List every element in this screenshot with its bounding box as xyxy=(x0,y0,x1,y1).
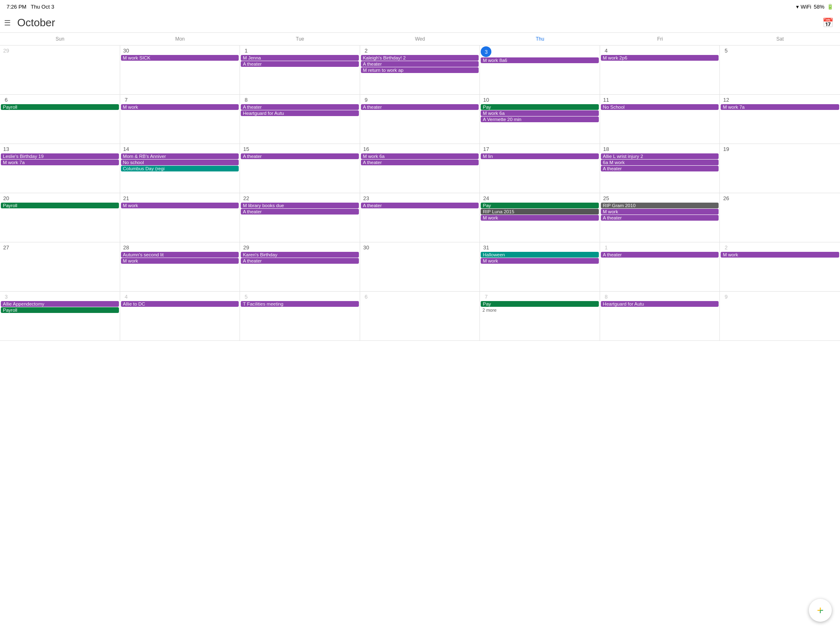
event-4-1-1[interactable]: M work xyxy=(121,258,239,264)
calendar-cell-week1-day5[interactable]: 11No School xyxy=(600,95,720,144)
calendar-cell-week5-day6[interactable]: 9 xyxy=(720,292,840,341)
event-3-4-0[interactable]: Pay xyxy=(481,203,599,208)
calendar-cell-week5-day2[interactable]: 5T Facilities meeting xyxy=(240,292,360,341)
calendar-cell-week3-day3[interactable]: 23A theater xyxy=(360,193,480,242)
event-2-5-2[interactable]: A theater xyxy=(601,166,719,171)
event-0-1-0[interactable]: M work SICK xyxy=(121,55,239,61)
event-3-4-2[interactable]: M work xyxy=(481,215,599,221)
event-3-5-2[interactable]: A theater xyxy=(601,215,719,221)
calendar-cell-week0-day2[interactable]: 1M JennaA theater xyxy=(240,46,360,95)
calendar-cell-week3-day0[interactable]: 20Payroll xyxy=(0,193,120,242)
event-1-0-0[interactable]: Payroll xyxy=(1,104,119,110)
calendar-cell-week5-day5[interactable]: 8Heartguard for Autu xyxy=(600,292,720,341)
event-0-5-0[interactable]: M work 2p6 xyxy=(601,55,719,61)
event-3-5-1[interactable]: M work xyxy=(601,209,719,215)
calendar-cell-week3-day5[interactable]: 25RIP Gram 2010M workA theater xyxy=(600,193,720,242)
calendar-cell-week5-day4[interactable]: 7Pay2 more xyxy=(480,292,600,341)
calendar-cell-week4-day0[interactable]: 27 xyxy=(0,242,120,292)
event-5-1-0[interactable]: Allie to DC xyxy=(121,301,239,307)
calendar-cell-week3-day4[interactable]: 24PayRIP Luna 2015M work xyxy=(480,193,600,242)
calendar-cell-week1-day4[interactable]: 10PayM work 6aA Vermette 20 min xyxy=(480,95,600,144)
event-0-4-0[interactable]: M work 8a6 xyxy=(481,57,599,63)
event-1-1-0[interactable]: M work xyxy=(121,104,239,110)
event-2-0-0[interactable]: Leslie's Birthday 19 xyxy=(1,153,119,159)
event-2-1-1[interactable]: No school xyxy=(121,160,239,165)
event-5-0-1[interactable]: Payroll xyxy=(1,307,119,313)
event-5-2-0[interactable]: T Facilities meeting xyxy=(241,301,359,307)
calendar-cell-week4-day1[interactable]: 28Autumn's second litM work xyxy=(120,242,240,292)
calendar-cell-week1-day6[interactable]: 12M work 7a xyxy=(720,95,840,144)
calendar-cell-week0-day3[interactable]: 2Kaleigh's Birthday! 2A theaterM return … xyxy=(360,46,480,95)
calendar-cell-week0-day5[interactable]: 4M work 2p6 xyxy=(600,46,720,95)
event-4-6-0[interactable]: M work xyxy=(721,252,839,258)
calendar-cell-week5-day0[interactable]: 3Allie AppendectomyPayroll xyxy=(0,292,120,341)
event-2-5-1[interactable]: 6a M work xyxy=(601,160,719,165)
event-2-1-0[interactable]: Mom & RB's Anniver xyxy=(121,153,239,159)
event-2-0-1[interactable]: M work 7a xyxy=(1,160,119,165)
event-1-3-0[interactable]: A theater xyxy=(361,104,479,110)
event-4-4-1[interactable]: M work xyxy=(481,258,599,264)
menu-icon[interactable]: ☰ xyxy=(4,18,11,27)
event-4-2-1[interactable]: A theater xyxy=(241,258,359,264)
event-4-5-0[interactable]: A theater xyxy=(601,252,719,258)
calendar-cell-week0-day6[interactable]: 5 xyxy=(720,46,840,95)
event-2-3-0[interactable]: M work 6a xyxy=(361,153,479,159)
event-3-5-0[interactable]: RIP Gram 2010 xyxy=(601,203,719,208)
event-1-6-0[interactable]: M work 7a xyxy=(721,104,839,110)
calendar-cell-week2-day0[interactable]: 13Leslie's Birthday 19M work 7a xyxy=(0,144,120,193)
event-1-2-0[interactable]: A theater xyxy=(241,104,359,110)
event-2-5-0[interactable]: Allie L wrist injury 2 xyxy=(601,153,719,159)
calendar-cell-week4-day4[interactable]: 31HalloweenM work xyxy=(480,242,600,292)
event-3-4-1[interactable]: RIP Luna 2015 xyxy=(481,209,599,215)
calendar-cell-week2-day4[interactable]: 17M lin xyxy=(480,144,600,193)
calendar-cell-week2-day2[interactable]: 15A theater xyxy=(240,144,360,193)
event-1-5-0[interactable]: No School xyxy=(601,104,719,110)
event-2-1-2[interactable]: Columbus Day (regi xyxy=(121,166,239,171)
calendar-cell-week1-day1[interactable]: 7M work xyxy=(120,95,240,144)
calendar-cell-week4-day2[interactable]: 29Karen's BirthdayA theater xyxy=(240,242,360,292)
calendar-cell-week0-day0[interactable]: 29 xyxy=(0,46,120,95)
event-5-5-0[interactable]: Heartguard for Autu xyxy=(601,301,719,307)
calendar-today-icon[interactable]: 📅 xyxy=(822,18,833,28)
calendar-cell-week2-day1[interactable]: 14Mom & RB's AnniverNo schoolColumbus Da… xyxy=(120,144,240,193)
calendar-cell-week4-day6[interactable]: 2M work xyxy=(720,242,840,292)
event-3-2-0[interactable]: M library books due xyxy=(241,203,359,208)
event-0-3-2[interactable]: M return to work ap xyxy=(361,67,479,73)
event-1-4-0[interactable]: Pay xyxy=(481,104,599,110)
calendar-cell-week5-day3[interactable]: 6 xyxy=(360,292,480,341)
event-0-2-0[interactable]: M Jenna xyxy=(241,55,359,61)
more-events-link[interactable]: 2 more xyxy=(481,307,599,313)
event-2-4-0[interactable]: M lin xyxy=(481,153,599,159)
calendar-cell-week1-day3[interactable]: 9A theater xyxy=(360,95,480,144)
calendar-cell-week0-day1[interactable]: 30M work SICK xyxy=(120,46,240,95)
event-3-1-0[interactable]: M work xyxy=(121,203,239,208)
calendar-cell-week4-day5[interactable]: 1A theater xyxy=(600,242,720,292)
event-3-2-1[interactable]: A theater xyxy=(241,209,359,215)
event-5-4-0[interactable]: Pay xyxy=(481,301,599,307)
event-5-0-0[interactable]: Allie Appendectomy xyxy=(1,301,119,307)
event-4-1-0[interactable]: Autumn's second lit xyxy=(121,252,239,258)
event-0-2-1[interactable]: A theater xyxy=(241,61,359,67)
event-1-4-2[interactable]: A Vermette 20 min xyxy=(481,116,599,122)
event-0-3-1[interactable]: A theater xyxy=(361,61,479,67)
calendar-cell-week0-day4[interactable]: 3M work 8a6 xyxy=(480,46,600,95)
event-4-2-0[interactable]: Karen's Birthday xyxy=(241,252,359,258)
calendar-cell-week2-day3[interactable]: 16M work 6aA theater xyxy=(360,144,480,193)
calendar-cell-week3-day1[interactable]: 21M work xyxy=(120,193,240,242)
calendar-cell-week3-day6[interactable]: 26 xyxy=(720,193,840,242)
calendar-cell-week2-day5[interactable]: 18Allie L wrist injury 26a M workA theat… xyxy=(600,144,720,193)
event-2-3-1[interactable]: A theater xyxy=(361,160,479,165)
calendar-cell-week1-day2[interactable]: 8A theaterHeartguard for Autu xyxy=(240,95,360,144)
calendar-cell-week2-day6[interactable]: 19 xyxy=(720,144,840,193)
event-0-3-0[interactable]: Kaleigh's Birthday! 2 xyxy=(361,55,479,61)
calendar-cell-week4-day3[interactable]: 30 xyxy=(360,242,480,292)
event-3-0-0[interactable]: Payroll xyxy=(1,203,119,208)
event-2-2-0[interactable]: A theater xyxy=(241,153,359,159)
event-4-4-0[interactable]: Halloween xyxy=(481,252,599,258)
event-1-4-1[interactable]: M work 6a xyxy=(481,110,599,116)
event-1-2-1[interactable]: Heartguard for Autu xyxy=(241,110,359,116)
calendar-cell-week5-day1[interactable]: 4Allie to DC xyxy=(120,292,240,341)
calendar-cell-week3-day2[interactable]: 22M library books dueA theater xyxy=(240,193,360,242)
calendar-cell-week1-day0[interactable]: 6Payroll xyxy=(0,95,120,144)
event-3-3-0[interactable]: A theater xyxy=(361,203,479,208)
